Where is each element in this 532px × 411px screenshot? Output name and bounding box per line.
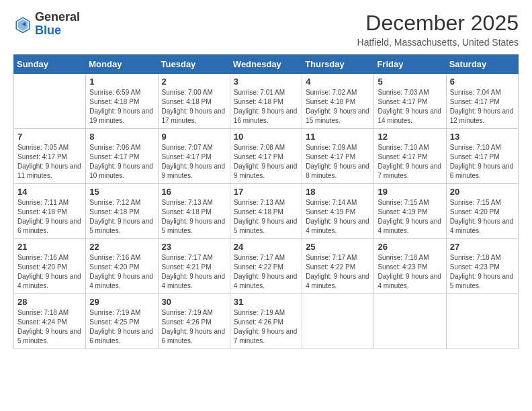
day-number: 5 <box>378 77 442 87</box>
day-number: 20 <box>450 187 515 197</box>
day-cell: 5Sunrise: 7:03 AMSunset: 4:17 PMDaylight… <box>374 74 446 129</box>
week-row-1: 1Sunrise: 6:59 AMSunset: 4:18 PMDaylight… <box>14 74 519 129</box>
day-cell: 7Sunrise: 7:05 AMSunset: 4:17 PMDaylight… <box>14 129 86 184</box>
day-cell: 22Sunrise: 7:16 AMSunset: 4:20 PMDayligh… <box>86 239 158 294</box>
day-cell: 1Sunrise: 6:59 AMSunset: 4:18 PMDaylight… <box>86 74 158 129</box>
day-header-tuesday: Tuesday <box>158 55 230 74</box>
day-number: 1 <box>89 77 154 87</box>
day-number: 18 <box>306 187 370 197</box>
day-info: Sunrise: 7:18 AMSunset: 4:23 PMDaylight:… <box>378 253 442 291</box>
day-info: Sunrise: 7:17 AMSunset: 4:22 PMDaylight:… <box>306 253 370 291</box>
day-number: 11 <box>306 132 370 142</box>
day-number: 16 <box>162 187 226 197</box>
logo-icon <box>13 15 32 34</box>
day-info: Sunrise: 7:06 AMSunset: 4:17 PMDaylight:… <box>89 143 154 181</box>
day-number: 21 <box>17 242 82 252</box>
day-number: 22 <box>89 242 154 252</box>
day-number: 27 <box>450 242 515 252</box>
day-info: Sunrise: 7:19 AMSunset: 4:25 PMDaylight:… <box>89 308 154 346</box>
day-number: 25 <box>306 242 370 252</box>
day-cell: 24Sunrise: 7:17 AMSunset: 4:22 PMDayligh… <box>230 239 302 294</box>
day-number: 7 <box>17 132 82 142</box>
day-number: 19 <box>378 187 442 197</box>
day-info: Sunrise: 7:04 AMSunset: 4:17 PMDaylight:… <box>450 88 515 126</box>
day-cell: 10Sunrise: 7:08 AMSunset: 4:17 PMDayligh… <box>230 129 302 184</box>
day-info: Sunrise: 7:03 AMSunset: 4:17 PMDaylight:… <box>378 88 442 126</box>
day-number: 9 <box>162 132 226 142</box>
logo-general: General <box>35 10 80 24</box>
day-number: 14 <box>17 187 82 197</box>
day-number: 30 <box>162 297 226 307</box>
day-info: Sunrise: 7:11 AMSunset: 4:18 PMDaylight:… <box>17 198 82 236</box>
day-cell: 23Sunrise: 7:17 AMSunset: 4:21 PMDayligh… <box>158 239 230 294</box>
day-cell: 15Sunrise: 7:12 AMSunset: 4:18 PMDayligh… <box>86 184 158 239</box>
day-info: Sunrise: 7:16 AMSunset: 4:20 PMDaylight:… <box>89 253 154 291</box>
day-cell: 2Sunrise: 7:00 AMSunset: 4:18 PMDaylight… <box>158 74 230 129</box>
day-info: Sunrise: 7:13 AMSunset: 4:18 PMDaylight:… <box>234 198 298 236</box>
day-info: Sunrise: 7:01 AMSunset: 4:18 PMDaylight:… <box>234 88 298 126</box>
day-info: Sunrise: 7:19 AMSunset: 4:26 PMDaylight:… <box>162 308 226 346</box>
logo-blue: Blue <box>35 24 61 37</box>
day-cell: 19Sunrise: 7:15 AMSunset: 4:19 PMDayligh… <box>374 184 446 239</box>
day-cell: 28Sunrise: 7:18 AMSunset: 4:24 PMDayligh… <box>14 294 86 349</box>
day-number: 12 <box>378 132 442 142</box>
day-info: Sunrise: 7:17 AMSunset: 4:21 PMDaylight:… <box>162 253 226 291</box>
day-cell <box>446 294 518 349</box>
day-cell: 14Sunrise: 7:11 AMSunset: 4:18 PMDayligh… <box>14 184 86 239</box>
day-number: 23 <box>162 242 226 252</box>
day-cell: 30Sunrise: 7:19 AMSunset: 4:26 PMDayligh… <box>158 294 230 349</box>
day-header-thursday: Thursday <box>302 55 374 74</box>
location: Hatfield, Massachusetts, United States <box>357 37 519 48</box>
day-cell: 29Sunrise: 7:19 AMSunset: 4:25 PMDayligh… <box>86 294 158 349</box>
day-cell: 3Sunrise: 7:01 AMSunset: 4:18 PMDaylight… <box>230 74 302 129</box>
day-cell: 13Sunrise: 7:10 AMSunset: 4:17 PMDayligh… <box>446 129 518 184</box>
page-header: General Blue December 2025 Hatfield, Mas… <box>13 11 519 48</box>
day-number: 28 <box>17 297 82 307</box>
day-number: 2 <box>162 77 226 87</box>
logo: General Blue <box>13 11 80 38</box>
calendar-table: SundayMondayTuesdayWednesdayThursdayFrid… <box>13 54 519 349</box>
day-cell <box>302 294 374 349</box>
day-info: Sunrise: 7:00 AMSunset: 4:18 PMDaylight:… <box>162 88 226 126</box>
day-cell: 26Sunrise: 7:18 AMSunset: 4:23 PMDayligh… <box>374 239 446 294</box>
day-cell: 17Sunrise: 7:13 AMSunset: 4:18 PMDayligh… <box>230 184 302 239</box>
day-number: 29 <box>89 297 154 307</box>
week-row-2: 7Sunrise: 7:05 AMSunset: 4:17 PMDaylight… <box>14 129 519 184</box>
day-cell: 31Sunrise: 7:19 AMSunset: 4:26 PMDayligh… <box>230 294 302 349</box>
day-info: Sunrise: 7:09 AMSunset: 4:17 PMDaylight:… <box>306 143 370 181</box>
day-header-monday: Monday <box>86 55 158 74</box>
day-info: Sunrise: 7:12 AMSunset: 4:18 PMDaylight:… <box>89 198 154 236</box>
day-info: Sunrise: 7:14 AMSunset: 4:19 PMDaylight:… <box>306 198 370 236</box>
day-number: 4 <box>306 77 370 87</box>
day-header-wednesday: Wednesday <box>230 55 302 74</box>
day-info: Sunrise: 7:19 AMSunset: 4:26 PMDaylight:… <box>234 308 298 346</box>
day-info: Sunrise: 7:07 AMSunset: 4:17 PMDaylight:… <box>162 143 226 181</box>
day-number: 13 <box>450 132 515 142</box>
week-row-4: 21Sunrise: 7:16 AMSunset: 4:20 PMDayligh… <box>14 239 519 294</box>
day-info: Sunrise: 7:16 AMSunset: 4:20 PMDaylight:… <box>17 253 82 291</box>
day-cell: 21Sunrise: 7:16 AMSunset: 4:20 PMDayligh… <box>14 239 86 294</box>
day-info: Sunrise: 7:10 AMSunset: 4:17 PMDaylight:… <box>378 143 442 181</box>
logo-text: General Blue <box>35 11 80 38</box>
title-block: December 2025 Hatfield, Massachusetts, U… <box>357 11 519 48</box>
day-cell: 4Sunrise: 7:02 AMSunset: 4:18 PMDaylight… <box>302 74 374 129</box>
day-info: Sunrise: 6:59 AMSunset: 4:18 PMDaylight:… <box>89 88 154 126</box>
day-cell: 16Sunrise: 7:13 AMSunset: 4:18 PMDayligh… <box>158 184 230 239</box>
week-row-5: 28Sunrise: 7:18 AMSunset: 4:24 PMDayligh… <box>14 294 519 349</box>
week-row-3: 14Sunrise: 7:11 AMSunset: 4:18 PMDayligh… <box>14 184 519 239</box>
day-info: Sunrise: 7:13 AMSunset: 4:18 PMDaylight:… <box>162 198 226 236</box>
day-cell: 25Sunrise: 7:17 AMSunset: 4:22 PMDayligh… <box>302 239 374 294</box>
day-number: 10 <box>234 132 298 142</box>
day-info: Sunrise: 7:18 AMSunset: 4:23 PMDaylight:… <box>450 253 515 291</box>
day-number: 15 <box>89 187 154 197</box>
day-info: Sunrise: 7:02 AMSunset: 4:18 PMDaylight:… <box>306 88 370 126</box>
day-cell: 18Sunrise: 7:14 AMSunset: 4:19 PMDayligh… <box>302 184 374 239</box>
day-cell: 12Sunrise: 7:10 AMSunset: 4:17 PMDayligh… <box>374 129 446 184</box>
day-number: 6 <box>450 77 515 87</box>
day-info: Sunrise: 7:15 AMSunset: 4:19 PMDaylight:… <box>378 198 442 236</box>
day-info: Sunrise: 7:10 AMSunset: 4:17 PMDaylight:… <box>450 143 515 181</box>
day-header-saturday: Saturday <box>446 55 518 74</box>
day-cell <box>14 74 86 129</box>
day-header-friday: Friday <box>374 55 446 74</box>
day-info: Sunrise: 7:15 AMSunset: 4:20 PMDaylight:… <box>450 198 515 236</box>
